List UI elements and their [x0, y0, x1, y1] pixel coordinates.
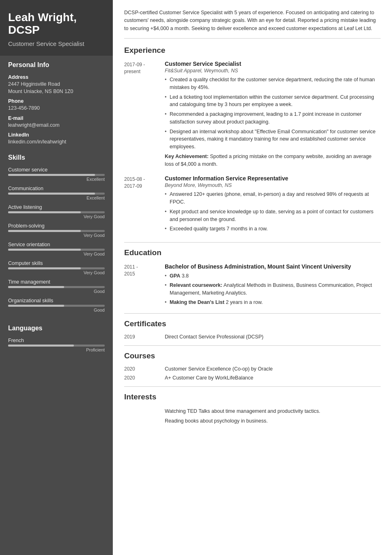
- skill-rating: Good: [8, 289, 105, 294]
- skills-title: Skills: [8, 154, 105, 163]
- candidate-name: Leah Wright, DCSP: [8, 11, 105, 37]
- edu-bullets: GPA 3.8Relevant coursework: Analytical M…: [165, 272, 381, 306]
- language-item: French Proficient: [8, 338, 105, 352]
- skill-name: Service orientation: [8, 242, 105, 247]
- education-list: 2011 -2015 Bachelor of Business Administ…: [124, 263, 381, 308]
- skill-name: Computer skills: [8, 260, 105, 266]
- course-date: 2020: [124, 375, 157, 381]
- exp-bullet: Designed an internal workshop about "Eff…: [165, 128, 381, 151]
- linkedin-value: linkedin.com/in/leahwright: [8, 139, 105, 146]
- cert-text: Direct Contact Service Professional (DCS…: [165, 334, 381, 340]
- language-bar-bg: [8, 345, 105, 347]
- skill-name: Organizational skills: [8, 298, 105, 304]
- skill-bar-fill: [8, 249, 81, 251]
- skill-bar-bg: [8, 174, 105, 176]
- skill-bar-fill: [8, 174, 95, 176]
- exp-content: Customer Service Specialist Fit&Suit App…: [165, 61, 381, 168]
- exp-date: 2015-08 -2017-09: [124, 175, 157, 235]
- skill-name: Customer service: [8, 167, 105, 173]
- edu-bullet: Making the Dean's List 2 years in a row.: [165, 299, 381, 306]
- skill-item: Problem-solving Very Good: [8, 223, 105, 238]
- skill-bar-fill: [8, 267, 81, 269]
- edu-title: Bachelor of Business Administration, Mou…: [165, 263, 381, 270]
- email-value: leahwright@email.com: [8, 122, 105, 129]
- course-text: Customer Service Excellence (Co-op) by O…: [165, 366, 381, 372]
- main-content: DCSP-certified Customer Service Speciali…: [113, 0, 392, 555]
- exp-bullets: Created a quality checklist for the cust…: [165, 76, 381, 151]
- exp-bullet: Created a quality checklist for the cust…: [165, 76, 381, 91]
- candidate-subtitle: Customer Service Specialist: [8, 40, 105, 48]
- exp-content: Customer Information Service Representat…: [165, 175, 381, 235]
- phone-value: 123-456-7890: [8, 105, 105, 112]
- languages-section: Languages French Proficient: [0, 319, 113, 359]
- address-value: 2447 Higginsville RoadMount Uniacke, NS …: [8, 81, 105, 95]
- courses-section-title: Courses: [124, 351, 381, 361]
- courses-list: 2020 Customer Service Excellence (Co-op)…: [124, 366, 381, 381]
- language-bar-fill: [8, 345, 74, 347]
- summary: DCSP-certified Customer Service Speciali…: [124, 9, 381, 39]
- skill-name: Problem-solving: [8, 223, 105, 229]
- exp-bullet: Exceeded quality targets 7 months in a r…: [165, 225, 381, 233]
- skill-bar-fill: [8, 286, 64, 288]
- skill-bar-fill: [8, 193, 95, 195]
- skill-rating: Very Good: [8, 214, 105, 219]
- skill-rating: Very Good: [8, 251, 105, 256]
- skill-item: Organizational skills Good: [8, 298, 105, 312]
- skill-bar-bg: [8, 193, 105, 195]
- edu-bullet: Relevant coursework: Analytical Methods …: [165, 282, 381, 297]
- edu-date: 2011 -2015: [124, 263, 157, 308]
- exp-bullet: Led a ticketing tool implementation with…: [165, 93, 381, 109]
- skill-bar-bg: [8, 211, 105, 213]
- certificate-entry: 2019 Direct Contact Service Professional…: [124, 334, 381, 340]
- skill-rating: Excellent: [8, 195, 105, 200]
- skill-bar-bg: [8, 267, 105, 269]
- language-name: French: [8, 338, 105, 343]
- interest-item: Reading books about psychology in busine…: [165, 417, 381, 425]
- education-entry: 2011 -2015 Bachelor of Business Administ…: [124, 263, 381, 308]
- course-text: A+ Customer Care by WorkLifeBalance: [165, 375, 381, 381]
- skill-item: Customer service Excellent: [8, 167, 105, 182]
- skills-section: Skills Customer service Excellent Commun…: [0, 148, 113, 319]
- skill-bar-bg: [8, 249, 105, 251]
- skill-rating: Good: [8, 308, 105, 312]
- exp-bullets: Answered 120+ queries (phone, email, in-…: [165, 191, 381, 233]
- languages-title: Languages: [8, 325, 105, 334]
- key-achievement: Key Achievement: Spotted a pricing mista…: [165, 153, 381, 168]
- course-entry: 2020 Customer Service Excellence (Co-op)…: [124, 366, 381, 372]
- skill-item: Time management Good: [8, 279, 105, 294]
- certificates-list: 2019 Direct Contact Service Professional…: [124, 334, 381, 340]
- experience-section-title: Experience: [124, 46, 381, 56]
- skill-rating: Excellent: [8, 177, 105, 182]
- email-label: E-mail: [8, 115, 105, 121]
- experience-entry: 2017-09 -present Customer Service Specia…: [124, 61, 381, 168]
- exp-bullet: Recommended a packaging improvement, lea…: [165, 111, 381, 126]
- skill-rating: Very Good: [8, 233, 105, 238]
- skill-bar-bg: [8, 230, 105, 232]
- skill-bar-fill: [8, 230, 81, 232]
- exp-bullet: Answered 120+ queries (phone, email, in-…: [165, 191, 381, 206]
- course-entry: 2020 A+ Customer Care by WorkLifeBalance: [124, 375, 381, 381]
- personal-info-section: Personal Info Address 2447 Higginsville …: [0, 56, 113, 148]
- exp-bullet: Kept product and service knowledge up to…: [165, 208, 381, 223]
- exp-title: Customer Information Service Representat…: [165, 175, 381, 182]
- experience-entry: 2015-08 -2017-09 Customer Information Se…: [124, 175, 381, 235]
- sidebar: Leah Wright, DCSP Customer Service Speci…: [0, 0, 113, 555]
- edu-content: Bachelor of Business Administration, Mou…: [165, 263, 381, 308]
- phone-label: Phone: [8, 98, 105, 104]
- languages-list: French Proficient: [8, 338, 105, 352]
- address-label: Address: [8, 74, 105, 80]
- skill-rating: Very Good: [8, 270, 105, 275]
- skill-item: Active listening Very Good: [8, 204, 105, 219]
- experience-list: 2017-09 -present Customer Service Specia…: [124, 61, 381, 235]
- linkedin-label: LinkedIn: [8, 132, 105, 138]
- language-rating: Proficient: [8, 347, 105, 352]
- exp-date: 2017-09 -present: [124, 61, 157, 168]
- education-section-title: Education: [124, 248, 381, 258]
- skill-item: Computer skills Very Good: [8, 260, 105, 275]
- exp-company: Fit&Suit Apparel, Weymouth, NS: [165, 68, 381, 74]
- skill-name: Communication: [8, 186, 105, 191]
- course-date: 2020: [124, 366, 157, 372]
- interests-list: Watching TED Talks about time management…: [124, 407, 381, 425]
- edu-bullet: GPA 3.8: [165, 272, 381, 280]
- interests-section-title: Interests: [124, 392, 381, 402]
